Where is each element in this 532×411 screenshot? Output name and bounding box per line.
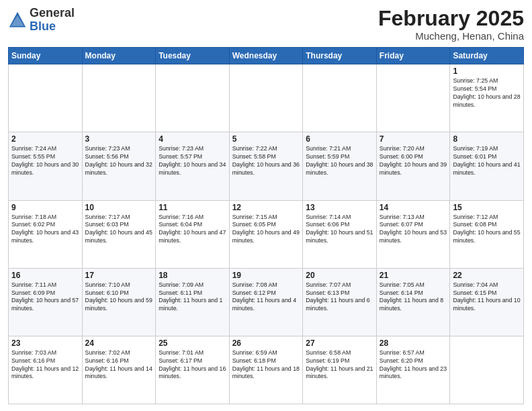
- logo-blue: Blue: [30, 19, 56, 33]
- day-number: 2: [11, 134, 79, 144]
- day-info: Sunrise: 7:23 AM Sunset: 5:56 PM Dayligh…: [85, 145, 153, 177]
- calendar-cell: 20Sunrise: 7:07 AM Sunset: 6:13 PM Dayli…: [303, 268, 377, 336]
- day-number: 9: [11, 203, 79, 212]
- calendar-cell: 8Sunrise: 7:19 AM Sunset: 6:01 PM Daylig…: [450, 132, 524, 200]
- col-wednesday: Wednesday: [229, 48, 303, 64]
- day-info: Sunrise: 7:20 AM Sunset: 6:00 PM Dayligh…: [380, 145, 447, 177]
- calendar-cell: 28Sunrise: 6:57 AM Sunset: 6:20 PM Dayli…: [376, 336, 450, 404]
- day-info: Sunrise: 7:21 AM Sunset: 5:59 PM Dayligh…: [306, 145, 373, 177]
- day-number: 6: [306, 134, 373, 144]
- calendar-cell: [450, 336, 524, 404]
- day-info: Sunrise: 6:58 AM Sunset: 6:19 PM Dayligh…: [306, 349, 373, 381]
- calendar-row-0: 1Sunrise: 7:25 AM Sunset: 5:54 PM Daylig…: [9, 64, 524, 132]
- calendar-cell: 26Sunrise: 6:59 AM Sunset: 6:18 PM Dayli…: [229, 336, 303, 404]
- day-number: 27: [306, 338, 373, 348]
- calendar-cell: 16Sunrise: 7:11 AM Sunset: 6:09 PM Dayli…: [9, 268, 83, 336]
- calendar-cell: 9Sunrise: 7:18 AM Sunset: 6:02 PM Daylig…: [9, 200, 83, 268]
- calendar-cell: 12Sunrise: 7:15 AM Sunset: 6:05 PM Dayli…: [229, 200, 303, 268]
- day-info: Sunrise: 7:17 AM Sunset: 6:03 PM Dayligh…: [85, 214, 153, 246]
- day-number: 23: [11, 338, 79, 348]
- day-number: 19: [232, 271, 300, 280]
- day-number: 11: [159, 203, 226, 212]
- logo-icon: [8, 11, 27, 30]
- day-info: Sunrise: 7:18 AM Sunset: 6:02 PM Dayligh…: [11, 214, 79, 246]
- day-number: 21: [380, 271, 447, 280]
- calendar-cell: [82, 64, 156, 132]
- calendar-cell: [376, 64, 450, 132]
- calendar-cell: 17Sunrise: 7:10 AM Sunset: 6:10 PM Dayli…: [82, 268, 156, 336]
- day-number: 26: [232, 338, 300, 348]
- calendar-cell: 19Sunrise: 7:08 AM Sunset: 6:12 PM Dayli…: [229, 268, 303, 336]
- day-info: Sunrise: 7:12 AM Sunset: 6:08 PM Dayligh…: [453, 214, 521, 246]
- month-year: February 2025: [378, 7, 524, 30]
- calendar-cell: 24Sunrise: 7:02 AM Sunset: 6:16 PM Dayli…: [82, 336, 156, 404]
- day-info: Sunrise: 7:08 AM Sunset: 6:12 PM Dayligh…: [232, 281, 300, 314]
- logo: General Blue: [8, 7, 75, 34]
- day-number: 24: [85, 338, 153, 348]
- day-number: 4: [159, 134, 226, 144]
- day-number: 20: [306, 271, 373, 280]
- day-number: 25: [159, 338, 226, 348]
- day-number: 18: [159, 271, 226, 280]
- calendar-cell: 22Sunrise: 7:04 AM Sunset: 6:15 PM Dayli…: [450, 268, 524, 336]
- day-number: 22: [453, 271, 521, 280]
- calendar-page: General Blue February 2025 Mucheng, Hena…: [0, 0, 532, 411]
- calendar-table: Sunday Monday Tuesday Wednesday Thursday…: [8, 47, 524, 404]
- col-friday: Friday: [376, 48, 450, 64]
- calendar-cell: 3Sunrise: 7:23 AM Sunset: 5:56 PM Daylig…: [82, 132, 156, 200]
- day-info: Sunrise: 7:09 AM Sunset: 6:11 PM Dayligh…: [159, 281, 226, 314]
- calendar-cell: [156, 64, 230, 132]
- location: Mucheng, Henan, China: [378, 30, 524, 42]
- header-row: Sunday Monday Tuesday Wednesday Thursday…: [9, 48, 524, 64]
- day-number: 15: [453, 203, 521, 212]
- calendar-cell: [9, 64, 83, 132]
- day-info: Sunrise: 6:59 AM Sunset: 6:18 PM Dayligh…: [232, 349, 300, 381]
- day-info: Sunrise: 7:15 AM Sunset: 6:05 PM Dayligh…: [232, 214, 300, 246]
- day-info: Sunrise: 7:01 AM Sunset: 6:17 PM Dayligh…: [159, 349, 226, 381]
- day-info: Sunrise: 7:25 AM Sunset: 5:54 PM Dayligh…: [453, 77, 521, 109]
- header: General Blue February 2025 Mucheng, Hena…: [8, 7, 524, 42]
- day-number: 12: [232, 203, 300, 212]
- day-info: Sunrise: 6:57 AM Sunset: 6:20 PM Dayligh…: [380, 349, 447, 381]
- day-info: Sunrise: 7:22 AM Sunset: 5:58 PM Dayligh…: [232, 145, 300, 177]
- calendar-cell: 21Sunrise: 7:05 AM Sunset: 6:14 PM Dayli…: [376, 268, 450, 336]
- col-sunday: Sunday: [9, 48, 83, 64]
- day-number: 14: [380, 203, 447, 212]
- calendar-cell: 13Sunrise: 7:14 AM Sunset: 6:06 PM Dayli…: [303, 200, 377, 268]
- calendar-cell: 4Sunrise: 7:23 AM Sunset: 5:57 PM Daylig…: [156, 132, 230, 200]
- day-number: 1: [453, 66, 521, 76]
- calendar-row-2: 9Sunrise: 7:18 AM Sunset: 6:02 PM Daylig…: [9, 200, 524, 268]
- calendar-cell: 1Sunrise: 7:25 AM Sunset: 5:54 PM Daylig…: [450, 64, 524, 132]
- logo-text: General Blue: [30, 7, 75, 34]
- day-info: Sunrise: 7:02 AM Sunset: 6:16 PM Dayligh…: [85, 349, 153, 381]
- day-number: 8: [453, 134, 521, 144]
- calendar-cell: 7Sunrise: 7:20 AM Sunset: 6:00 PM Daylig…: [376, 132, 450, 200]
- title-block: February 2025 Mucheng, Henan, China: [378, 7, 524, 42]
- day-info: Sunrise: 7:14 AM Sunset: 6:06 PM Dayligh…: [306, 214, 373, 246]
- calendar-cell: 25Sunrise: 7:01 AM Sunset: 6:17 PM Dayli…: [156, 336, 230, 404]
- day-info: Sunrise: 7:19 AM Sunset: 6:01 PM Dayligh…: [453, 145, 521, 177]
- day-number: 16: [11, 271, 79, 280]
- calendar-cell: 2Sunrise: 7:24 AM Sunset: 5:55 PM Daylig…: [9, 132, 83, 200]
- calendar-cell: 27Sunrise: 6:58 AM Sunset: 6:19 PM Dayli…: [303, 336, 377, 404]
- day-number: 10: [85, 203, 153, 212]
- day-info: Sunrise: 7:23 AM Sunset: 5:57 PM Dayligh…: [159, 145, 226, 177]
- col-thursday: Thursday: [303, 48, 377, 64]
- day-number: 28: [380, 338, 447, 348]
- day-info: Sunrise: 7:16 AM Sunset: 6:04 PM Dayligh…: [159, 214, 226, 246]
- calendar-cell: 11Sunrise: 7:16 AM Sunset: 6:04 PM Dayli…: [156, 200, 230, 268]
- col-tuesday: Tuesday: [156, 48, 230, 64]
- calendar-cell: [229, 64, 303, 132]
- day-info: Sunrise: 7:05 AM Sunset: 6:14 PM Dayligh…: [380, 281, 447, 314]
- day-number: 17: [85, 271, 153, 280]
- col-monday: Monday: [82, 48, 156, 64]
- day-info: Sunrise: 7:10 AM Sunset: 6:10 PM Dayligh…: [85, 281, 153, 314]
- calendar-cell: 6Sunrise: 7:21 AM Sunset: 5:59 PM Daylig…: [303, 132, 377, 200]
- calendar-cell: 10Sunrise: 7:17 AM Sunset: 6:03 PM Dayli…: [82, 200, 156, 268]
- calendar-cell: [303, 64, 377, 132]
- calendar-cell: 18Sunrise: 7:09 AM Sunset: 6:11 PM Dayli…: [156, 268, 230, 336]
- col-saturday: Saturday: [450, 48, 524, 64]
- day-number: 3: [85, 134, 153, 144]
- day-info: Sunrise: 7:24 AM Sunset: 5:55 PM Dayligh…: [11, 145, 79, 177]
- calendar-row-3: 16Sunrise: 7:11 AM Sunset: 6:09 PM Dayli…: [9, 268, 524, 336]
